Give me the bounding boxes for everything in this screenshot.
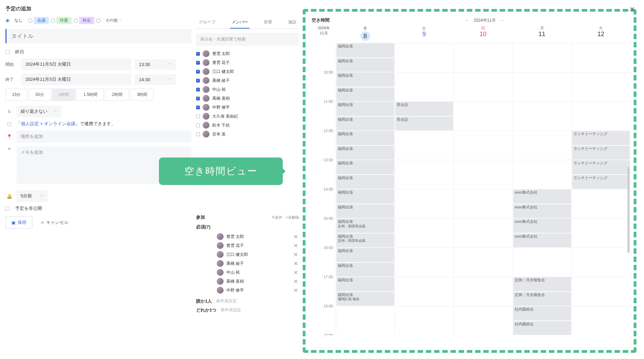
member-search-input[interactable]: 表示名・所属部署で検索	[196, 33, 299, 46]
member-item[interactable]: 豊雲 花子	[196, 58, 299, 67]
calendar-event[interactable]: 福岡出張	[336, 73, 394, 87]
member-item[interactable]: 高橋 直樹	[196, 94, 299, 103]
calendar-event[interactable]: xxxx株式会社	[513, 204, 571, 218]
calendar-event[interactable]: xxxx株式会社	[513, 189, 571, 204]
reminder-dropdown[interactable]: 5分前﹀	[17, 190, 47, 202]
member-checkbox[interactable]	[196, 70, 200, 74]
day-column[interactable]: 英会話英会話	[395, 43, 453, 335]
calendar-event[interactable]: 福岡出張定例：部課長会議	[336, 219, 394, 233]
calendar-event[interactable]: xxxx株式会社	[513, 233, 571, 248]
member-checkbox[interactable]	[196, 123, 200, 127]
member-item[interactable]: 宮本 進	[196, 130, 299, 139]
save-button[interactable]: ▣ 保存	[6, 216, 32, 229]
duration-2時間[interactable]: 2時間	[105, 89, 129, 101]
location-input[interactable]: 場所を追加	[17, 130, 191, 143]
calendar-event[interactable]: 福岡出張	[336, 248, 394, 262]
day-column[interactable]: ランチミーティングランチミーティングランチミーティングランチミーティング	[571, 43, 630, 335]
close-panel-button[interactable]: ✕	[629, 5, 635, 13]
member-checkbox[interactable]	[196, 61, 200, 65]
member-item[interactable]: 鈴木 千絵	[196, 121, 299, 130]
calendar-event[interactable]: 社内親睦会	[513, 306, 571, 320]
day-header[interactable]: 金8	[336, 25, 395, 41]
calendar-event[interactable]: 福岡出張	[336, 160, 394, 174]
duration-3時間[interactable]: 3時間	[130, 89, 154, 101]
category-作業[interactable]: 作業	[51, 17, 72, 24]
calendar-event[interactable]: 福岡出張	[336, 117, 394, 131]
calendar-event[interactable]: 福岡出張	[336, 102, 394, 116]
online-settings-link[interactable]: 個人設定 > オンライン会議	[21, 121, 75, 126]
repeat-dropdown[interactable]: 繰り返さない﹀	[17, 106, 61, 117]
category-会議[interactable]: 会議	[28, 17, 49, 24]
tab-メンバー[interactable]: メンバー	[230, 17, 249, 29]
all-day-row[interactable]: 終日	[6, 49, 191, 55]
private-checkbox[interactable]	[6, 206, 10, 210]
tab-部署[interactable]: 部署	[262, 17, 273, 29]
calendar-event[interactable]: 英会話	[395, 117, 453, 131]
remove-icon[interactable]: ✕	[292, 278, 299, 285]
clear-all-link[interactable]: ×全解除	[286, 215, 299, 219]
member-checkbox[interactable]	[196, 88, 200, 91]
calendar-event[interactable]: ランチミーティング	[572, 160, 630, 174]
end-time-picker[interactable]: 14:30﹀	[135, 74, 176, 85]
calendar-event[interactable]: 福岡出張	[336, 43, 394, 57]
member-checkbox[interactable]	[196, 132, 200, 136]
calendar-event[interactable]: ランチミーティング	[572, 131, 630, 145]
member-checkbox[interactable]	[196, 97, 200, 100]
day-header[interactable]: 火12	[571, 25, 630, 41]
day-column[interactable]: 福岡出張福岡出張福岡出張福岡出張福岡出張福岡出張福岡出張福岡出張福岡出張福岡出張…	[336, 43, 395, 335]
member-checkbox[interactable]	[196, 79, 200, 83]
scrollbar-thumb[interactable]	[627, 167, 630, 253]
remove-icon[interactable]: ✕	[292, 233, 299, 240]
title-input[interactable]	[6, 29, 191, 43]
member-item[interactable]: 中野 修平	[196, 103, 299, 112]
duration-1.5時間[interactable]: 1.5時間	[77, 89, 104, 101]
duration-15分[interactable]: 15分	[6, 89, 27, 101]
tab-施設[interactable]: 施設	[287, 17, 298, 29]
calendar-event[interactable]: 福岡出張週間計画 報告	[336, 292, 394, 306]
edit-conditions-link[interactable]: ✎条件	[272, 215, 282, 219]
calendar-grid[interactable]: 福岡出張福岡出張福岡出張福岡出張福岡出張福岡出張福岡出張福岡出張福岡出張福岡出張…	[336, 43, 630, 335]
day-header[interactable]: 月11	[513, 25, 571, 41]
calendar-event[interactable]: 福岡出張	[336, 189, 394, 204]
calendar-event[interactable]: 定例：月次報告会	[513, 277, 571, 291]
calendar-event[interactable]: ランチミーティング	[572, 146, 630, 160]
remove-icon[interactable]: ✕	[292, 269, 299, 276]
calendar-event[interactable]: ランチミーティング	[572, 175, 630, 189]
member-item[interactable]: 大久保 美由紀	[196, 112, 299, 121]
calendar-event[interactable]: 英会話	[395, 102, 453, 116]
member-item[interactable]: 中山 裕	[196, 85, 299, 94]
calendar-event[interactable]: 福岡出張	[336, 131, 394, 145]
calendar-event[interactable]: 福岡出張	[336, 146, 394, 160]
start-date-picker[interactable]: 2024年11月5日 火曜日	[21, 58, 131, 70]
tab-グループ[interactable]: グループ	[197, 17, 217, 29]
next-month-button[interactable]: →	[500, 18, 504, 23]
category-その他[interactable]: その他 ﹀	[96, 17, 126, 24]
day-column[interactable]: xxxx株式会社xxxx株式会社xxxx株式会社xxxx株式会社定例：月次報告会…	[513, 43, 571, 335]
member-item[interactable]: 豊雲 太郎	[196, 49, 299, 58]
member-item[interactable]: 高橋 綾子	[196, 76, 299, 85]
remove-icon[interactable]: ✕	[292, 251, 299, 258]
calendar-event[interactable]: 福岡出張	[336, 263, 394, 277]
member-checkbox[interactable]	[196, 106, 200, 109]
calendar-event[interactable]: 福岡出張定例：部課長会議	[336, 233, 394, 248]
calendar-event[interactable]: 福岡出張	[336, 58, 394, 72]
category-外出[interactable]: 外出	[74, 17, 94, 24]
calendar-event[interactable]: 福岡出張	[336, 277, 394, 291]
calendar-event[interactable]: 社内親睦会	[513, 321, 571, 335]
category-なし[interactable]: なし	[6, 17, 26, 24]
day-header[interactable]: 日10	[453, 25, 512, 41]
duration-1時間[interactable]: 1時間	[52, 89, 76, 101]
remove-icon[interactable]: ✕	[292, 287, 299, 294]
member-item[interactable]: 江口 健太郎	[196, 67, 299, 76]
member-checkbox[interactable]	[196, 52, 200, 56]
calendar-event[interactable]: 福岡出張	[336, 175, 394, 189]
member-checkbox[interactable]	[196, 115, 200, 118]
duration-30分[interactable]: 30分	[29, 89, 50, 101]
day-column[interactable]	[453, 43, 512, 335]
all-day-checkbox[interactable]	[6, 50, 10, 54]
calendar-event[interactable]: 福岡出張	[336, 204, 394, 218]
private-row[interactable]: 予定を非公開	[6, 205, 191, 211]
calendar-event[interactable]: xxxx株式会社	[513, 219, 571, 233]
prev-month-button[interactable]: ←	[465, 18, 470, 23]
remove-icon[interactable]: ✕	[292, 260, 299, 267]
